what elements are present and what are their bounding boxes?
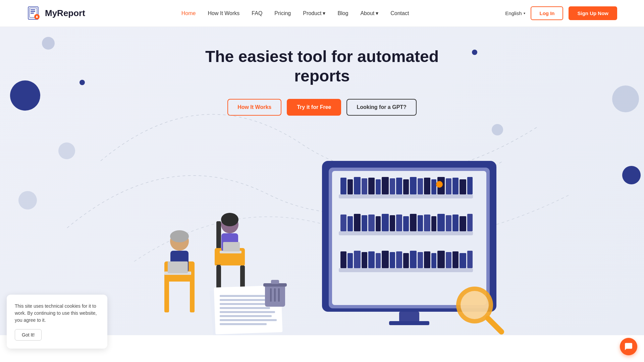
nav-pricing[interactable]: Pricing [274,10,291,16]
language-selector[interactable]: English ▾ [505,10,525,16]
svg-rect-54 [340,251,346,268]
svg-rect-36 [347,216,353,231]
svg-rect-110 [274,288,276,302]
magnifier-illustration [451,282,505,335]
header-actions: English ▾ Log In Sign Up Now [505,6,617,20]
decor-circle-right-accent [472,50,477,55]
svg-rect-15 [339,268,473,272]
nav-contact[interactable]: Contact [390,10,409,16]
svg-rect-25 [403,179,409,194]
svg-point-79 [170,230,189,242]
svg-rect-23 [390,178,395,194]
svg-rect-29 [431,179,436,194]
svg-rect-111 [278,288,280,302]
svg-rect-62 [396,251,402,268]
decor-circle-right-blue [622,166,641,184]
svg-rect-67 [431,253,436,268]
svg-rect-52 [460,216,466,231]
svg-rect-57 [362,252,367,268]
svg-rect-108 [271,280,279,284]
svg-rect-31 [446,178,451,194]
svg-rect-24 [396,178,402,194]
hero-section: The easiest tool for automated reports H… [0,27,644,335]
svg-rect-45 [410,214,417,231]
nav-home[interactable]: Home [181,10,196,16]
nav-product-label: Product [303,10,321,16]
svg-rect-69 [446,252,451,268]
try-free-button[interactable]: Try it for Free [287,99,341,116]
svg-rect-50 [446,215,451,231]
trashcan-illustration [262,278,288,308]
hero-illustration [138,134,506,335]
svg-rect-35 [340,215,346,231]
svg-rect-53 [467,214,473,231]
gpt-button[interactable]: Looking for a GPT? [346,99,416,116]
svg-rect-63 [403,253,409,268]
svg-rect-14 [339,231,473,235]
svg-rect-22 [382,177,389,194]
svg-rect-34 [467,177,473,194]
svg-rect-100 [220,315,272,317]
svg-rect-9 [389,321,429,325]
svg-rect-8 [399,312,419,322]
svg-rect-40 [376,216,381,231]
svg-rect-56 [354,251,361,268]
signup-button[interactable]: Sign Up Now [569,6,617,20]
svg-rect-20 [368,178,375,194]
svg-rect-55 [347,253,353,268]
svg-rect-27 [418,178,423,194]
svg-rect-46 [418,215,423,231]
nav-blog[interactable]: Blog [337,10,348,16]
svg-rect-102 [220,323,267,325]
svg-rect-39 [368,215,375,231]
svg-rect-76 [190,279,195,312]
decor-circle-dark-large [10,80,40,111]
language-label: English [505,10,522,16]
svg-rect-66 [424,251,430,268]
svg-rect-43 [396,215,402,231]
main-nav: Home How It Works FAQ Pricing Product ▾ … [181,10,409,16]
logo-text: MyReport [45,8,85,18]
how-it-works-button[interactable]: How It Works [227,99,281,116]
logo[interactable]: MyReport [27,6,85,21]
svg-rect-48 [431,216,436,231]
nav-about-dropdown[interactable]: About ▾ [360,10,378,16]
svg-rect-82 [168,261,188,273]
decor-circle-light-1 [42,37,55,50]
login-button[interactable]: Log In [531,6,563,20]
svg-rect-49 [437,214,445,231]
svg-rect-16 [340,178,346,194]
svg-rect-99 [220,311,275,313]
svg-rect-64 [410,251,417,268]
nav-faq[interactable]: FAQ [252,10,262,16]
hero-buttons: How It Works Try it for Free Looking for… [227,99,417,116]
cookie-banner: This site uses technical cookies for it … [7,295,107,335]
svg-rect-61 [390,252,395,268]
got-it-button[interactable]: Got It! [15,329,42,335]
svg-point-89 [221,213,238,226]
svg-rect-2 [31,9,35,10]
nav-how-it-works[interactable]: How It Works [208,10,240,16]
cookie-text: This site uses technical cookies for it … [15,303,99,324]
svg-rect-38 [362,215,367,231]
decor-dot-small [79,80,85,85]
svg-point-73 [436,181,443,188]
svg-rect-41 [382,214,389,231]
nav-product-dropdown[interactable]: Product ▾ [303,10,325,16]
decor-circle-light-4 [18,191,37,209]
svg-rect-13 [339,194,473,198]
svg-rect-101 [220,319,277,321]
svg-rect-37 [354,214,361,231]
svg-point-104 [461,291,489,319]
svg-rect-109 [270,288,272,302]
decor-circle-right-accent2 [492,124,503,135]
svg-rect-4 [31,13,34,14]
svg-rect-71 [460,253,466,268]
svg-rect-3 [31,11,35,12]
svg-rect-26 [410,177,417,194]
documents-illustration [205,268,305,335]
language-chevron-icon: ▾ [524,11,525,15]
svg-rect-70 [452,251,459,268]
svg-rect-72 [467,251,473,268]
svg-rect-68 [437,251,445,268]
